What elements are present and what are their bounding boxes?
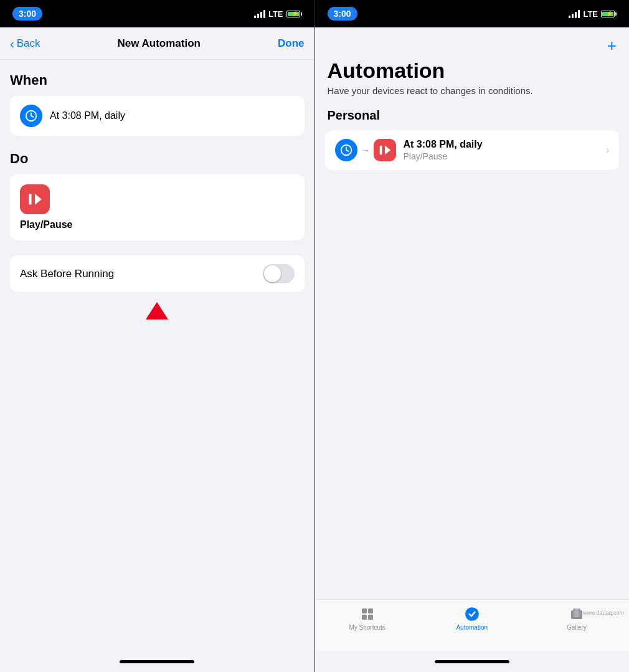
home-indicator-right: [315, 651, 630, 672]
home-bar-right: [435, 660, 509, 663]
done-button[interactable]: Done: [278, 37, 305, 50]
back-label: Back: [17, 37, 40, 50]
right-phone: 3:00 LTE ⚡ + Automation Have your devi: [315, 0, 630, 672]
play-pause-icon: [20, 184, 50, 214]
watermark: www.deuaq.com: [583, 610, 624, 616]
svg-rect-4: [379, 146, 382, 155]
header-area: +: [315, 27, 630, 59]
screen-content-right: + Automation Have your devices react to …: [315, 27, 630, 599]
status-bar-left: 3:00 LTE ⚡: [0, 0, 314, 27]
screen-content-left: When At 3:08 PM, daily Do: [0, 60, 314, 651]
status-bar-right: 3:00 LTE ⚡: [315, 0, 630, 27]
signal-icon: [254, 10, 265, 18]
automation-list-item[interactable]: → At 3:08 PM, daily Play/Pause ›: [325, 130, 620, 170]
do-card[interactable]: Play/Pause: [10, 174, 305, 240]
left-phone: 3:00 LTE ⚡ ‹ Back New Automation: [0, 0, 315, 672]
ask-before-running-row[interactable]: Ask Before Running: [10, 255, 305, 292]
chevron-left-icon: ‹: [10, 37, 14, 50]
svg-rect-9: [368, 615, 373, 620]
tab-my-shortcuts[interactable]: My Shortcuts: [315, 606, 420, 631]
trigger-row[interactable]: At 3:08 PM, daily: [10, 96, 305, 136]
automation-item-title: At 3:08 PM, daily: [404, 139, 598, 150]
add-automation-button[interactable]: +: [607, 37, 617, 54]
grid-icon: [359, 606, 376, 622]
lte-label-left: LTE: [268, 9, 283, 19]
status-right-left: LTE ⚡: [254, 9, 302, 19]
personal-section-header: Personal: [315, 108, 630, 130]
trigger-text: At 3:08 PM, daily: [50, 110, 125, 121]
automation-page-title: Automation: [315, 59, 630, 85]
lte-label-right: LTE: [583, 9, 598, 19]
when-header: When: [10, 72, 305, 88]
svg-rect-13: [575, 608, 579, 617]
nav-bar-left: ‹ Back New Automation Done: [0, 27, 314, 60]
time-right: 3:00: [328, 7, 357, 21]
back-button[interactable]: ‹ Back: [10, 37, 40, 50]
battery-icon-left: ⚡: [286, 11, 302, 17]
chevron-right-icon: ›: [606, 144, 609, 156]
auto-play-pause-icon: [374, 139, 396, 161]
automation-item-subtitle: Play/Pause: [404, 151, 598, 161]
arrow-head: [146, 302, 168, 319]
status-right-right: LTE ⚡: [569, 9, 617, 19]
automation-subtitle: Have your devices react to changes in co…: [315, 85, 630, 108]
time-left: 3:00: [12, 7, 42, 21]
tab-my-shortcuts-label: My Shortcuts: [349, 624, 385, 631]
tab-gallery-label: Gallery: [567, 624, 587, 631]
automation-item-details: At 3:08 PM, daily Play/Pause: [404, 139, 598, 161]
auto-clock-icon: [335, 139, 357, 161]
svg-rect-1: [29, 194, 31, 204]
svg-rect-8: [362, 615, 367, 620]
toggle-label: Ask Before Running: [20, 268, 114, 280]
do-header: Do: [10, 151, 305, 167]
action-label: Play/Pause: [20, 219, 73, 230]
svg-marker-5: [385, 146, 390, 155]
svg-rect-6: [362, 608, 367, 613]
tab-automation-label: Automation: [456, 624, 488, 631]
nav-title: New Automation: [117, 37, 200, 50]
toggle-knob: [264, 265, 281, 282]
arrow-connector-icon: →: [361, 145, 370, 155]
signal-icon-right: [569, 10, 580, 18]
clock-icon: [20, 105, 42, 127]
svg-marker-2: [35, 194, 42, 204]
automation-icons: →: [335, 139, 396, 161]
automation-icon: [464, 606, 480, 622]
svg-point-10: [465, 607, 479, 621]
when-card: At 3:08 PM, daily: [10, 96, 305, 136]
svg-rect-7: [368, 608, 373, 613]
tab-automation[interactable]: Automation: [420, 606, 524, 631]
home-indicator-left: [0, 651, 314, 672]
ask-before-running-toggle[interactable]: [263, 264, 295, 283]
tab-bar-right: My Shortcuts Automation Gallery: [315, 599, 630, 651]
home-bar-left: [120, 660, 194, 663]
battery-icon-right: ⚡: [601, 11, 617, 17]
